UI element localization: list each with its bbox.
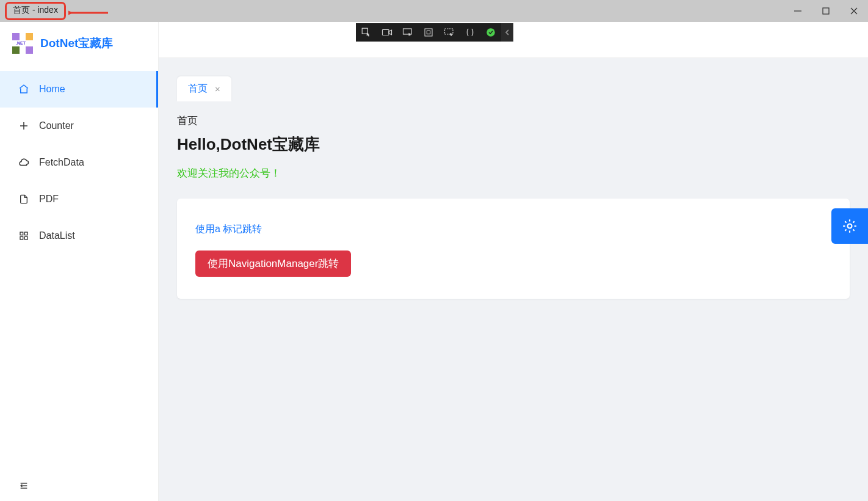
tab-home[interactable]: 首页 × [177,76,231,101]
svg-rect-8 [24,232,27,235]
svg-rect-17 [425,29,432,36]
sidebar-item-datalist[interactable]: DataList [0,218,158,254]
navigate-button[interactable]: 使用NavigationManager跳转 [195,250,351,277]
svg-rect-16 [403,29,412,34]
collapse-icon [18,481,29,491]
svg-rect-7 [20,232,23,235]
tab-close-icon[interactable]: × [215,84,220,94]
svg-rect-9 [20,236,23,240]
anchor-link[interactable]: 使用a 标记跳转 [195,223,262,236]
page-heading: Hello,DotNet宝藏库 [177,134,850,155]
card: 使用a 标记跳转 使用NavigationManager跳转 [177,199,850,299]
brand-logo-icon: .NET [12,33,33,54]
svg-rect-18 [427,31,430,34]
toolbar-dashed-pointer-icon[interactable] [439,23,460,42]
sidebar-item-home[interactable]: Home [0,71,158,108]
dev-toolbar [356,23,513,42]
toolbar-status-ok-icon[interactable] [480,23,501,42]
settings-fab[interactable] [831,208,868,244]
annotation-arrow-icon [68,9,111,17]
welcome-text: 欢迎关注我的公众号！ [177,166,850,180]
file-icon [18,194,29,205]
toolbar-brackets-icon[interactable] [460,23,480,42]
window-minimize-button[interactable] [784,0,812,22]
svg-rect-19 [445,29,454,34]
plus-icon [18,120,29,131]
toolbar-square-icon[interactable] [418,23,439,42]
sidebar-item-label: Home [39,84,65,95]
sidebar-collapse-button[interactable] [0,470,158,501]
sidebar: .NET DotNet宝藏库 Home Counter Fe [0,22,159,501]
svg-rect-15 [383,30,389,35]
main-area: 首页 × 首页 Hello,DotNet宝藏库 欢迎关注我的公众号！ 使用a 标… [159,22,868,501]
sidebar-item-label: PDF [39,194,59,205]
svg-point-21 [848,224,852,229]
brand-name: DotNet宝藏库 [40,35,113,51]
content: 首页 × 首页 Hello,DotNet宝藏库 欢迎关注我的公众号！ 使用a 标… [159,58,868,299]
sidebar-item-pdf[interactable]: PDF [0,181,158,218]
gear-icon [842,218,858,234]
svg-rect-2 [823,8,829,14]
toolbar-collapse-icon[interactable] [501,23,513,42]
cloud-icon [18,157,29,168]
header-bar [159,22,868,58]
window-maximize-button[interactable] [812,0,840,22]
svg-rect-10 [24,236,27,240]
toolbar-select-element-icon[interactable] [356,23,377,42]
sidebar-item-counter[interactable]: Counter [0,108,158,144]
sidebar-item-label: FetchData [39,157,84,168]
breadcrumb: 首页 [177,114,850,128]
brand: .NET DotNet宝藏库 [0,22,158,65]
tab-label: 首页 [188,82,208,95]
sidebar-item-label: DataList [39,230,75,241]
tabs: 首页 × [177,76,850,101]
sidebar-nav: Home Counter FetchData PDF [0,65,158,470]
grid-icon [18,230,29,241]
window-titlebar: 首页 - index [0,0,868,22]
toolbar-camera-icon[interactable] [377,23,397,42]
window-title: 首页 - index [5,2,66,20]
svg-point-20 [486,28,495,37]
toolbar-screen-pointer-icon[interactable] [397,23,418,42]
sidebar-item-fetchdata[interactable]: FetchData [0,144,158,181]
sidebar-item-label: Counter [39,120,74,131]
home-icon [18,84,29,95]
window-close-button[interactable] [840,0,868,22]
